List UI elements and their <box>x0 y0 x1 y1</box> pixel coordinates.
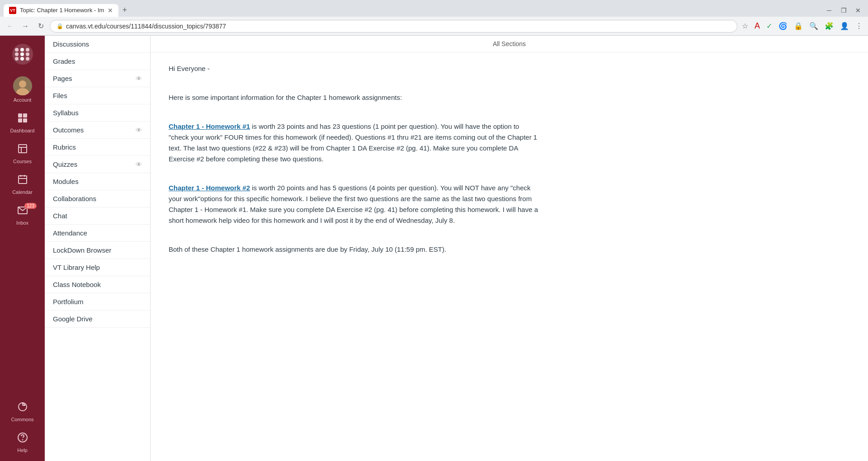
nav-item-syllabus[interactable]: Syllabus <box>45 104 150 122</box>
browser-titlebar: VT Topic: Chapter 1 Homework - Im ✕ + ─ … <box>0 0 868 17</box>
nav-item-vt-library-help[interactable]: VT Library Help <box>45 259 150 276</box>
sidebar-item-help[interactable]: Help <box>0 428 45 457</box>
close-button[interactable]: ✕ <box>852 4 864 17</box>
lockdown-browser-label: LockDown Browser <box>53 246 111 254</box>
logo-dot <box>15 52 19 56</box>
account-label: Account <box>14 97 32 103</box>
svg-rect-6 <box>23 118 27 122</box>
grades-label: Grades <box>53 57 75 65</box>
nav-item-files[interactable]: Files <box>45 87 150 104</box>
quizzes-visibility-icon[interactable]: 👁 <box>136 161 142 168</box>
nav-item-outcomes[interactable]: Outcomes 👁 <box>45 122 150 139</box>
logo-dot <box>20 48 24 52</box>
nav-item-google-drive[interactable]: Google Drive <box>45 310 150 328</box>
due-date-text: Both of these Chapter 1 homework assignm… <box>169 244 539 255</box>
outcomes-label: Outcomes <box>53 126 84 134</box>
main-content: All Sections Hi Everyone - Here is some … <box>151 36 868 461</box>
svg-point-20 <box>22 440 23 440</box>
extension-2-icon[interactable]: 🌀 <box>777 20 789 32</box>
logo-dot <box>15 48 19 52</box>
nav-item-quizzes[interactable]: Quizzes 👁 <box>45 156 150 173</box>
inbox-badge: 123 <box>24 203 37 209</box>
extensions-icon[interactable]: 🧩 <box>823 20 835 32</box>
dashboard-label: Dashboard <box>10 128 35 133</box>
maximize-button[interactable]: ❐ <box>837 4 850 17</box>
help-icon <box>17 432 28 446</box>
svg-rect-4 <box>23 113 27 118</box>
tab-favicon: VT <box>9 7 16 14</box>
svg-rect-10 <box>19 176 27 183</box>
nav-item-discussions[interactable]: Discussions <box>45 36 150 53</box>
nav-item-portfolium[interactable]: Portfolium <box>45 293 150 310</box>
courses-icon <box>17 143 28 157</box>
browser-extension-icons: ☆ A ✓ 🌀 🔒 🔍 🧩 👤 ⋮ <box>740 19 864 33</box>
discussions-label: Discussions <box>53 40 89 48</box>
menu-icon[interactable]: ⋮ <box>854 20 864 32</box>
homework2-paragraph: Chapter 1 - Homework #2 is worth 20 poin… <box>169 183 539 226</box>
address-bar[interactable]: 🔒 canvas.vt.edu/courses/111844/discussio… <box>50 20 737 33</box>
new-tab-button[interactable]: + <box>118 4 131 17</box>
syllabus-label: Syllabus <box>53 109 79 117</box>
logo-dot <box>15 57 19 61</box>
browser-tab[interactable]: VT Topic: Chapter 1 Homework - Im ✕ <box>4 4 118 17</box>
files-label: Files <box>53 92 67 99</box>
logo-dots <box>15 48 30 61</box>
homework2-link[interactable]: Chapter 1 - Homework #2 <box>169 184 250 192</box>
bookmark-icon[interactable]: ☆ <box>740 20 750 32</box>
minimize-button[interactable]: ─ <box>823 4 835 17</box>
nav-item-class-notebook[interactable]: Class Notebook <box>45 276 150 293</box>
forward-button[interactable]: → <box>19 20 32 33</box>
tab-title: Topic: Chapter 1 Homework - Im <box>20 7 104 14</box>
pages-visibility-icon[interactable]: 👁 <box>136 75 142 82</box>
commons-icon <box>17 401 28 415</box>
sidebar-item-dashboard[interactable]: Dashboard <box>0 108 45 138</box>
nav-item-modules[interactable]: Modules <box>45 173 150 190</box>
intro-text: Here is some important information for t… <box>169 92 539 103</box>
nav-item-pages[interactable]: Pages 👁 <box>45 70 150 87</box>
canvas-logo[interactable] <box>0 39 45 69</box>
logo-dot <box>26 52 29 56</box>
portfolium-label: Portfolium <box>53 298 84 306</box>
sidebar-item-commons[interactable]: Commons <box>0 397 45 427</box>
sidebar-item-calendar[interactable]: Calendar <box>0 169 45 199</box>
pages-label: Pages <box>53 75 72 82</box>
back-button[interactable]: ← <box>4 20 16 33</box>
homework1-paragraph: Chapter 1 - Homework #1 is worth 23 poin… <box>169 121 539 165</box>
sidebar-item-account[interactable]: Account <box>0 72 45 107</box>
sidebar-item-courses[interactable]: Courses <box>0 139 45 169</box>
nav-item-chat[interactable]: Chat <box>45 207 150 225</box>
extension-3-icon[interactable]: 🔒 <box>792 20 805 32</box>
profile-icon[interactable]: 👤 <box>838 20 851 32</box>
tab-close-button[interactable]: ✕ <box>108 7 113 14</box>
nav-item-rubrics[interactable]: Rubrics <box>45 139 150 156</box>
svg-rect-3 <box>18 113 22 118</box>
nav-item-attendance[interactable]: Attendance <box>45 225 150 242</box>
browser-chrome: VT Topic: Chapter 1 Homework - Im ✕ + ─ … <box>0 0 868 36</box>
acrobat-icon[interactable]: A <box>753 19 762 33</box>
calendar-icon <box>17 174 28 188</box>
nav-item-collaborations[interactable]: Collaborations <box>45 190 150 207</box>
greeting: Hi Everyone - <box>169 63 539 74</box>
extension-4-icon[interactable]: 🔍 <box>807 20 820 32</box>
homework1-link[interactable]: Chapter 1 - Homework #1 <box>169 122 250 130</box>
outcomes-visibility-icon[interactable]: 👁 <box>136 127 142 134</box>
nav-item-grades[interactable]: Grades <box>45 53 150 70</box>
calendar-label: Calendar <box>12 189 33 195</box>
lock-icon: 🔒 <box>57 23 63 29</box>
dashboard-icon <box>17 113 28 126</box>
courses-label: Courses <box>13 159 32 164</box>
attendance-label: Attendance <box>53 229 87 237</box>
commons-label: Commons <box>11 417 33 422</box>
avatar-image <box>13 76 32 95</box>
nav-item-lockdown-browser[interactable]: LockDown Browser <box>45 242 150 259</box>
app-body: Account Dashboard <box>0 36 868 461</box>
reload-button[interactable]: ↻ <box>34 20 47 33</box>
quizzes-label: Quizzes <box>53 160 77 168</box>
google-drive-label: Google Drive <box>53 315 93 323</box>
logo-circle <box>12 44 33 65</box>
logo-dot <box>26 57 29 61</box>
sidebar-item-inbox[interactable]: 123 Inbox <box>0 200 45 230</box>
url-text: canvas.vt.edu/courses/111844/discussion_… <box>66 23 226 30</box>
extension-1-icon[interactable]: ✓ <box>764 20 774 32</box>
modules-label: Modules <box>53 178 79 185</box>
